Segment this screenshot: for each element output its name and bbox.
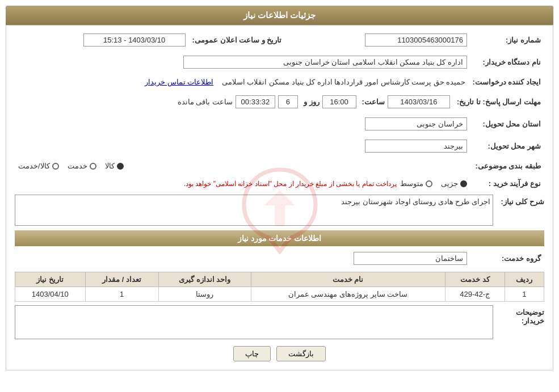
radio-jozi-dot: [460, 180, 467, 187]
org-name-box: اداره کل بنیاد مسکن انقلاب اسلامی استان …: [183, 56, 467, 69]
category-radio-group: کالا/خدمت خدمت کالا: [15, 159, 470, 172]
row-quantity: 1: [85, 287, 158, 302]
deadline-label: مهلت ارسال پاسخ: تا تاریخ:: [453, 93, 544, 111]
purchase-jozi-label: جزیی: [441, 179, 458, 188]
announcement-value: 1403/03/10 - 15:13: [15, 31, 189, 49]
deadline-days-box: 6: [278, 95, 298, 108]
info-table-province: استان محل تحویل: خراسان جنوبی: [15, 115, 544, 133]
category-khadamat-label: خدمت: [68, 162, 87, 170]
service-group-label: گروه خدمت:: [470, 250, 544, 267]
row-code: ج-42-429: [445, 287, 505, 302]
category-label: طبقه بندی موضوعی:: [470, 159, 544, 172]
page-title: جزئیات اطلاعات نیاز: [6, 6, 553, 25]
countdown-label: ساعت باقی مانده: [178, 98, 233, 106]
col-header-code: کد خدمت: [445, 272, 505, 287]
creator-value: حمیده حق پرست کارشناس امور قراردادها ادا…: [15, 75, 469, 88]
purchase-option-jozi: جزیی: [441, 179, 467, 188]
radio-khadamat-dot: [90, 163, 96, 170]
purchase-note: پرداخت تمام یا بخشی از مبلغ خریدار از مح…: [184, 180, 397, 188]
city-box: بیرجند: [365, 140, 467, 153]
province-box: خراسان جنوبی: [365, 117, 467, 130]
service-group-box: ساختمان: [354, 252, 467, 265]
buyer-desc-label: توضیحات خریدار:: [493, 305, 544, 325]
description-label: شرح کلی نیاز:: [493, 195, 544, 206]
col-header-unit: واحد اندازه گیری: [158, 272, 251, 287]
deadline-date-box: 1403/03/16: [388, 95, 450, 108]
deadline-days-label: روز و: [304, 98, 320, 106]
table-row: 1 ج-42-429 ساخت سایر پروژه‌های مهندسی عم…: [15, 287, 544, 302]
col-header-name: نام خدمت: [251, 272, 445, 287]
category-option-kala-khadamat: کالا/خدمت: [18, 162, 59, 170]
city-value: بیرجند: [15, 137, 470, 155]
purchase-option-motavaset: متوسط: [400, 179, 432, 188]
category-option-kala: کالا: [105, 162, 124, 170]
row-name: ساخت سایر پروژه‌های مهندسی عمران: [251, 287, 445, 302]
info-table-org: نام دستگاه خریدار: اداره کل بنیاد مسکن ا…: [15, 53, 544, 71]
info-table-service-group: گروه خدمت: ساختمان: [15, 250, 544, 267]
radio-kala-dot: [117, 163, 124, 170]
back-button[interactable]: بازگشت: [276, 346, 326, 361]
service-group-value: ساختمان: [15, 250, 470, 267]
org-name-value: اداره کل بنیاد مسکن انقلاب اسلامی استان …: [15, 53, 470, 71]
province-value: خراسان جنوبی: [15, 115, 470, 133]
col-header-row: ردیف: [505, 272, 544, 287]
info-table-purchase-type: نوع فرآیند خرید : متوسط جزیی: [15, 177, 544, 190]
description-row: شرح کلی نیاز: اجرای طرح هادی روستای اوجا…: [15, 195, 544, 226]
row-unit: روستا: [158, 287, 251, 302]
info-table-category: طبقه بندی موضوعی: کالا/خدمت خدمت: [15, 159, 544, 172]
city-label: شهر محل تحویل:: [470, 137, 544, 155]
row-date: 1403/04/10: [15, 287, 86, 302]
announcement-box: 1403/03/10 - 15:13: [83, 33, 186, 47]
org-name-label: نام دستگاه خریدار:: [470, 53, 544, 71]
services-section-header: اطلاعات خدمات مورد نیاز: [15, 230, 544, 246]
services-table: ردیف کد خدمت نام خدمت واحد اندازه گیری ت…: [15, 272, 544, 302]
info-table-city: شهر محل تحویل: بیرجند: [15, 137, 544, 155]
category-option-khadamat: خدمت: [68, 162, 96, 170]
deadline-value: 1403/03/16 ساعت: 16:00 روز و 6 00:33:32 …: [15, 93, 453, 111]
contact-link[interactable]: اطلاعات تماس خریدار: [145, 78, 213, 86]
col-header-date: تاریخ نیاز: [15, 272, 86, 287]
info-table-creator: ایجاد کننده درخواست: حمیده حق پرست کارشن…: [15, 75, 544, 88]
row-number: 1: [505, 287, 544, 302]
creator-label: ایجاد کننده درخواست:: [469, 75, 544, 88]
need-number-label: شماره نیاز:: [470, 31, 544, 49]
deadline-time-label: ساعت:: [362, 98, 385, 106]
radio-motavaset-dot: [426, 180, 432, 187]
purchase-type-value: متوسط جزیی پرداخت تمام یا بخشی از مبلغ خ…: [15, 177, 470, 190]
need-number-value: 1103005463000176: [296, 31, 470, 49]
deadline-time-box: 16:00: [322, 95, 356, 108]
main-content: شماره نیاز: 1103005463000176 تاریخ و ساع…: [6, 25, 553, 370]
info-table-top: شماره نیاز: 1103005463000176 تاریخ و ساع…: [15, 31, 544, 49]
col-header-qty: تعداد / مقدار: [85, 272, 158, 287]
radio-kala-khadamat-dot: [52, 163, 59, 170]
category-kala-khadamat-label: کالا/خدمت: [18, 162, 50, 170]
purchase-motavaset-label: متوسط: [400, 179, 423, 188]
page-wrapper: جزئیات اطلاعات نیاز شماره نیاز: 11030054…: [0, 0, 559, 392]
creator-text: حمیده حق پرست کارشناس امور قراردادها ادا…: [222, 78, 466, 86]
buttons-row: بازگشت چاپ: [15, 346, 544, 361]
province-label: استان محل تحویل:: [470, 115, 544, 133]
announcement-label: تاریخ و ساعت اعلان عمومی:: [189, 31, 285, 49]
purchase-type-label: نوع فرآیند خرید :: [470, 177, 544, 190]
buyer-desc-row: توضیحات خریدار:: [15, 305, 544, 339]
category-kala-label: کالا: [105, 162, 115, 170]
description-value: اجرای طرح هادی روستای اوجاد شهرستان بیرج…: [341, 197, 490, 206]
buyer-desc-box: [15, 305, 493, 339]
description-box: اجرای طرح هادی روستای اوجاد شهرستان بیرج…: [15, 195, 493, 226]
info-table-deadline: مهلت ارسال پاسخ: تا تاریخ: 1403/03/16 سا…: [15, 93, 544, 111]
need-number-box: 1103005463000176: [365, 33, 467, 47]
countdown-box: 00:33:32: [236, 95, 275, 108]
print-button[interactable]: چاپ: [233, 346, 271, 361]
